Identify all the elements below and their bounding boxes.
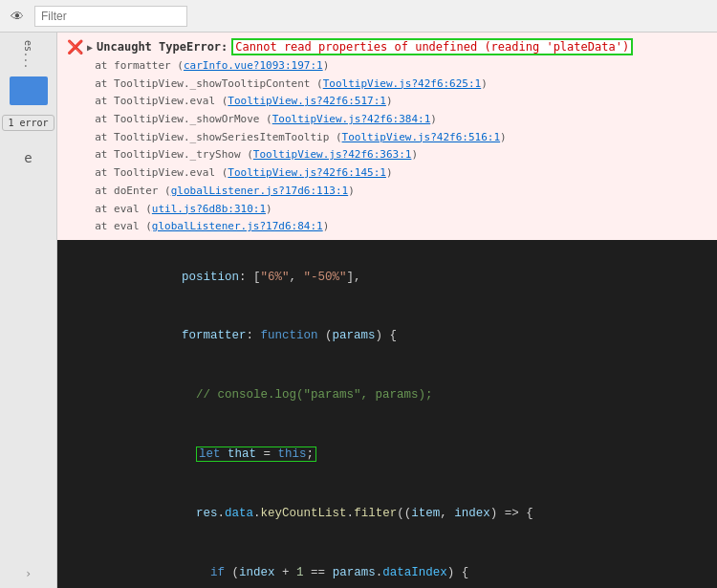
eye-icon[interactable]: 👁 — [8, 7, 27, 26]
error-main-line: ❌ ▶ Uncaught TypeError: Cannot read prop… — [67, 38, 707, 55]
error-prefix: Uncaught TypeError: — [97, 40, 228, 54]
sidebar-letter-e: e — [24, 150, 32, 165]
code-text-5: res.data.keyCountList.filter((item, inde… — [67, 484, 707, 543]
chevron-down-icon[interactable]: › — [25, 567, 32, 580]
code-text-1: position: ["6%", "-50%"], — [67, 248, 707, 307]
sidebar-dots-label: es... — [23, 40, 33, 69]
stack-link-6[interactable]: TooltipView.js?42f6:363:1 — [253, 148, 412, 161]
stack-link-9[interactable]: util.js?6d8b:310:1 — [152, 203, 266, 215]
stack-line-5: at TooltipView._showSeriesItemTooltip (T… — [82, 129, 707, 147]
sidebar-error-badge: 1 error — [2, 115, 54, 131]
stack-line-3: at TooltipView.eval (TooltipView.js?42f6… — [82, 93, 707, 111]
stack-link-7[interactable]: TooltipView.js?42f6:145:1 — [228, 166, 386, 179]
code-line-4: let that = this; — [57, 425, 717, 485]
code-text-4: let that = this; — [67, 425, 707, 485]
stack-link-5[interactable]: TooltipView.js?42f6:516:1 — [342, 131, 501, 143]
stack-link-4[interactable]: TooltipView.js?42f6:384:1 — [272, 113, 431, 125]
stack-link-2[interactable]: TooltipView.js?42f6:625:1 — [323, 77, 482, 90]
code-line-2: formatter: function (params) { — [57, 307, 717, 366]
stack-line-1: at formatter (carInfo.vue?1093:197:1) — [82, 57, 707, 76]
error-message: Cannot read properties of undefined (rea… — [231, 38, 633, 55]
filter-input[interactable] — [34, 6, 187, 27]
stack-link-8[interactable]: globalListener.js?17d6:113:1 — [171, 185, 348, 197]
code-line-6: if (index + 1 == params.dataIndex) { — [57, 543, 717, 588]
code-line-3: // console.log("params", params); — [57, 366, 717, 425]
error-toggle-icon[interactable]: ▶ — [87, 42, 93, 53]
devtools-bar: 👁 — [0, 0, 717, 33]
main-content: ❌ ▶ Uncaught TypeError: Cannot read prop… — [57, 33, 717, 588]
stack-line-8: at doEnter (globalListener.js?17d6:113:1… — [82, 183, 707, 201]
stack-line-6: at TooltipView._tryShow (TooltipView.js?… — [82, 146, 707, 164]
error-circle-icon: ❌ — [67, 39, 83, 54]
code-section: position: ["6%", "-50%"], formatter: fun… — [57, 240, 717, 588]
stack-line-2: at TooltipView._showTooltipContent (Tool… — [82, 76, 707, 94]
stack-line-10: at eval (globalListener.js?17d6:84:1) — [82, 218, 707, 236]
error-section: ❌ ▶ Uncaught TypeError: Cannot read prop… — [57, 33, 717, 240]
code-text-6: if (index + 1 == params.dataIndex) { — [67, 543, 707, 588]
code-text-3: // console.log("params", params); — [67, 366, 707, 425]
code-line-1: position: ["6%", "-50%"], — [57, 248, 717, 307]
stack-line-9: at eval (util.js?6d8b:310:1) — [82, 201, 707, 219]
code-line-5: res.data.keyCountList.filter((item, inde… — [57, 484, 717, 543]
error-panel: ❌ ▶ Uncaught TypeError: Cannot read prop… — [57, 33, 717, 240]
stack-line-7: at TooltipView.eval (TooltipView.js?42f6… — [82, 164, 707, 183]
stack-link-3[interactable]: TooltipView.js?42f6:517:1 — [228, 95, 386, 107]
error-stack: at formatter (carInfo.vue?1093:197:1) at… — [67, 57, 707, 236]
sidebar-blue-block — [10, 76, 48, 105]
stack-line-4: at TooltipView._showOrMove (TooltipView.… — [82, 111, 707, 129]
sidebar: es... 1 error e › — [0, 33, 57, 588]
stack-link-10[interactable]: globalListener.js?17d6:84:1 — [152, 220, 323, 232]
code-text-2: formatter: function (params) { — [67, 307, 707, 366]
stack-link-1[interactable]: carInfo.vue?1093:197:1 — [184, 59, 323, 72]
